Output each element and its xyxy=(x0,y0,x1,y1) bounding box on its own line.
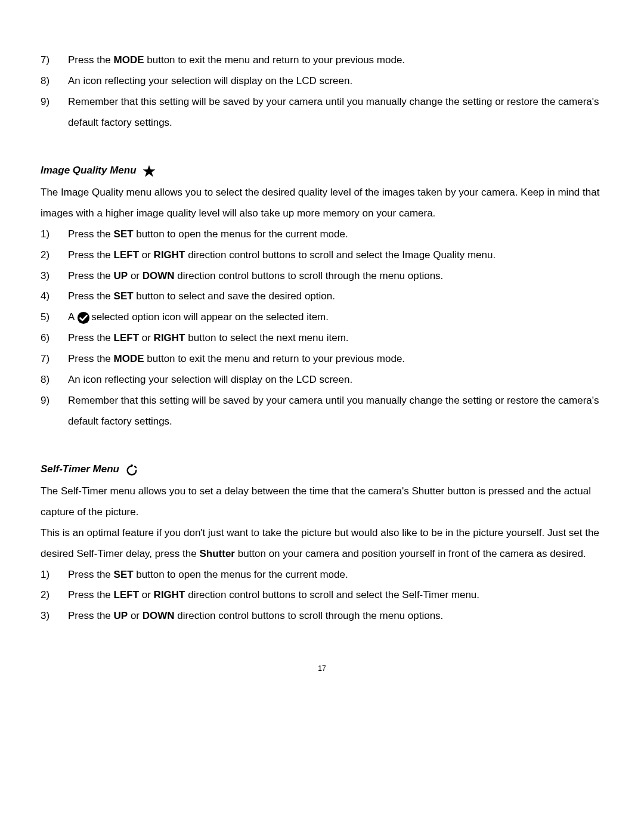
list-item: 1) Press the SET button to open the menu… xyxy=(41,565,603,586)
star-icon xyxy=(143,160,156,181)
list-item: 3) Press the UP or DOWN direction contro… xyxy=(41,266,603,287)
list-number: 7) xyxy=(41,50,68,71)
list-text: Press the SET button to open the menus f… xyxy=(68,565,603,586)
svg-marker-0 xyxy=(143,165,155,177)
list-item: 1) Press the SET button to open the menu… xyxy=(41,224,603,245)
list-item: 8) An icon reflecting your selection wil… xyxy=(41,370,603,391)
intro-text: The Self-Timer menu allows you to set a … xyxy=(41,481,603,523)
list-item: 9) Remember that this setting will be sa… xyxy=(41,92,603,134)
page-number: 17 xyxy=(41,661,603,676)
intro-text: The Image Quality menu allows you to sel… xyxy=(41,182,603,224)
list-item: 7) Press the MODE button to exit the men… xyxy=(41,50,603,71)
list-text: Press the LEFT or RIGHT direction contro… xyxy=(68,245,603,266)
list-number: 5) xyxy=(41,307,68,328)
list-number: 7) xyxy=(41,349,68,370)
intro-text: This is an optimal feature if you don't … xyxy=(41,523,603,565)
list-item: 3) Press the UP or DOWN direction contro… xyxy=(41,606,603,627)
heading-self-timer: Self-Timer Menu xyxy=(41,459,603,480)
list-item: 6) Press the LEFT or RIGHT button to sel… xyxy=(41,328,603,349)
list-text: An icon reflecting your selection will d… xyxy=(68,71,603,92)
list-number: 2) xyxy=(41,245,68,266)
list-text: Press the LEFT or RIGHT button to select… xyxy=(68,328,603,349)
list-text: Press the MODE button to exit the menu a… xyxy=(68,50,603,71)
list-text: Press the UP or DOWN direction control b… xyxy=(68,606,603,627)
svg-line-3 xyxy=(135,466,136,467)
self-timer-list: 1) Press the SET button to open the menu… xyxy=(41,565,603,627)
list-item: 8) An icon reflecting your selection wil… xyxy=(41,71,603,92)
list-text: An icon reflecting your selection will d… xyxy=(68,370,603,391)
list-number: 3) xyxy=(41,606,68,627)
list-number: 9) xyxy=(41,391,68,432)
list-number: 6) xyxy=(41,328,68,349)
list-item: 5) A selected option icon will appear on… xyxy=(41,307,603,328)
checkmark-icon xyxy=(77,311,90,324)
list-item: 9) Remember that this setting will be sa… xyxy=(41,391,603,432)
list-text: Remember that this setting will be saved… xyxy=(68,92,603,134)
heading-image-quality: Image Quality Menu xyxy=(41,160,603,181)
svg-point-1 xyxy=(78,312,89,324)
list-text: A selected option icon will appear on th… xyxy=(68,307,603,328)
list-text: Press the LEFT or RIGHT direction contro… xyxy=(68,585,603,606)
list-number: 8) xyxy=(41,370,68,391)
list-item: 4) Press the SET button to select and sa… xyxy=(41,286,603,307)
list-item: 2) Press the LEFT or RIGHT direction con… xyxy=(41,245,603,266)
list-item: 7) Press the MODE button to exit the men… xyxy=(41,349,603,370)
image-quality-list: 1) Press the SET button to open the menu… xyxy=(41,224,603,432)
list-number: 1) xyxy=(41,565,68,586)
list-number: 9) xyxy=(41,92,68,134)
list-text: Press the SET button to select and save … xyxy=(68,286,603,307)
list-item: 2) Press the LEFT or RIGHT direction con… xyxy=(41,585,603,606)
top-list: 7) Press the MODE button to exit the men… xyxy=(41,50,603,133)
list-number: 1) xyxy=(41,224,68,245)
svg-point-2 xyxy=(131,465,133,467)
list-number: 8) xyxy=(41,71,68,92)
list-number: 4) xyxy=(41,286,68,307)
timer-icon xyxy=(125,459,138,480)
list-number: 2) xyxy=(41,585,68,606)
list-text: Press the UP or DOWN direction control b… xyxy=(68,266,603,287)
list-number: 3) xyxy=(41,266,68,287)
list-text: Remember that this setting will be saved… xyxy=(68,391,603,432)
list-text: Press the MODE button to exit the menu a… xyxy=(68,349,603,370)
list-text: Press the SET button to open the menus f… xyxy=(68,224,603,245)
